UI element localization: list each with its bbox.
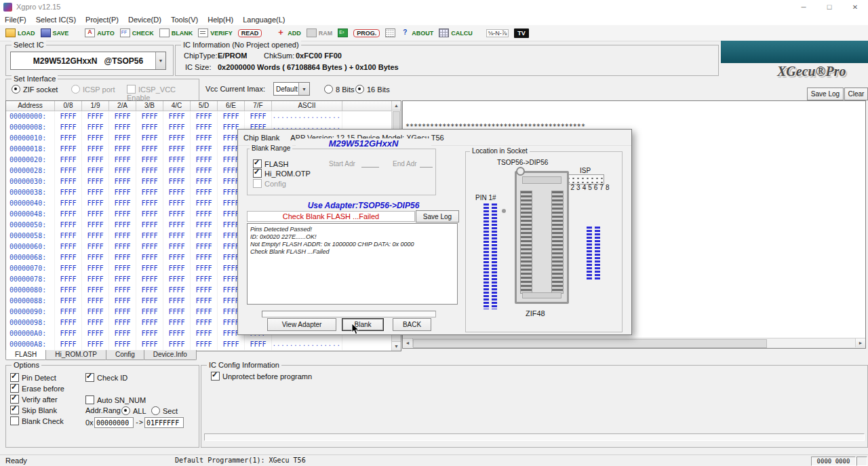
blank-button[interactable]: Blank [342, 318, 384, 331]
toolbar-tv-button[interactable]: TV [511, 26, 532, 40]
hi-rom-box[interactable] [253, 169, 262, 178]
blank-check-checkbox[interactable]: Blank Check [10, 416, 64, 425]
hex-cell[interactable]: FFFF [191, 198, 218, 209]
skip-blank-checkbox[interactable]: Skip Blank [10, 406, 57, 414]
hex-cell[interactable]: FFFF [163, 209, 191, 220]
hex-cell[interactable]: FFFF [163, 231, 191, 241]
minimize-button[interactable] [791, 0, 816, 14]
hex-cell[interactable]: FFFF [82, 241, 109, 252]
hex-cell[interactable]: FFFF [136, 252, 163, 263]
toolbar-blank-button[interactable]: BLANK [157, 26, 196, 40]
ic-selector-dropdown-icon[interactable] [155, 52, 165, 69]
vcc-current-combo[interactable]: Default [273, 82, 310, 96]
hex-cell[interactable]: FFFF [82, 198, 109, 209]
hex-cell[interactable]: FFFF [55, 274, 82, 285]
hex-cell[interactable]: FFFF [191, 133, 218, 144]
hex-cell[interactable]: FFFF [109, 144, 136, 155]
scroll-up-icon[interactable] [392, 101, 401, 111]
log-hscrollbar[interactable] [403, 338, 865, 348]
unprotect-box[interactable] [211, 372, 220, 381]
hex-cell[interactable]: FFFF [136, 274, 163, 285]
hex-cell[interactable]: FFFF [55, 263, 82, 274]
hex-cell[interactable]: FFFF [163, 144, 191, 155]
hex-cell[interactable]: FFFF [55, 241, 82, 252]
hex-cell[interactable]: FFFF [82, 317, 109, 328]
hex-cell[interactable]: FFFF [82, 122, 109, 133]
toolbar-auto-button[interactable]: AUTO [82, 26, 117, 40]
hex-cell[interactable]: FFFF [136, 198, 163, 209]
hex-cell[interactable]: FFFF [163, 133, 191, 144]
hex-cell[interactable]: FFFF [163, 285, 191, 296]
hex-cell[interactable]: FFFF [163, 307, 191, 317]
close-button[interactable] [842, 0, 868, 14]
range-start-input[interactable] [94, 417, 134, 428]
hex-cell[interactable]: FFFF [55, 317, 82, 328]
hex-cell[interactable]: FFFF [55, 209, 82, 220]
hex-cell[interactable]: FFFF [136, 296, 163, 307]
blank-check-box[interactable] [10, 416, 19, 425]
hex-cell[interactable]: FFFF [163, 166, 191, 176]
hex-cell[interactable]: FFFF [82, 339, 109, 350]
hex-cell[interactable]: FFFF [82, 285, 109, 296]
scroll-right-icon[interactable] [855, 338, 865, 347]
menu-item-toolsv[interactable]: Tools(V) [166, 16, 203, 24]
verify-after-box[interactable] [10, 395, 19, 404]
hex-cell[interactable]: FFFF [136, 209, 163, 220]
hex-cell[interactable]: FFFF [191, 187, 218, 198]
hex-cell[interactable]: FFFF [109, 274, 136, 285]
check-id-box[interactable] [85, 373, 94, 382]
hex-cell[interactable]: FFFF [109, 231, 136, 241]
hex-cell[interactable]: FFFF [191, 176, 218, 187]
hex-cell[interactable]: FFFF [82, 263, 109, 274]
hex-cell[interactable]: FFFF [191, 252, 218, 263]
hex-cell[interactable]: FFFF [191, 209, 218, 220]
hex-cell[interactable]: FFFF [55, 122, 82, 133]
hex-cell[interactable]: FFFF [55, 307, 82, 317]
hex-cell[interactable]: FFFF [109, 307, 136, 317]
hex-cell[interactable]: FFFF [163, 328, 191, 339]
hex-cell[interactable]: FFFF [82, 187, 109, 198]
icsp-vcc-checkbox[interactable]: ICSP_VCC Enable [127, 85, 199, 102]
hex-cell[interactable]: FFFF [109, 176, 136, 187]
view-adapter-button[interactable]: View Adapter [267, 318, 336, 331]
hex-cell[interactable]: FFFF [82, 296, 109, 307]
hex-cell[interactable]: FFFF [136, 166, 163, 176]
hex-cell[interactable]: FFFF [191, 263, 218, 274]
hex-cell[interactable]: FFFF [55, 328, 82, 339]
hex-cell[interactable]: FFFF [191, 155, 218, 166]
bits16-radio[interactable]: 16 Bits [355, 85, 390, 94]
hex-cell[interactable]: FFFF [191, 317, 218, 328]
hex-cell[interactable]: FFFF [191, 166, 218, 176]
hex-cell[interactable]: FFFF [163, 241, 191, 252]
config-checkbox[interactable]: Config [253, 179, 286, 188]
menu-item-filef[interactable]: File(F) [0, 16, 31, 24]
hex-cell[interactable]: FFFF [136, 241, 163, 252]
sect-radio-circle[interactable] [151, 406, 160, 415]
hex-cell[interactable]: FFFF [109, 187, 136, 198]
menu-item-languagel[interactable]: Language(L) [238, 16, 290, 24]
vcc-current-dropdown-icon[interactable] [298, 83, 309, 95]
hex-cell[interactable]: FFFF [191, 307, 218, 317]
hex-cell[interactable]: FFFF [136, 187, 163, 198]
hex-cell[interactable]: FFFF [136, 339, 163, 350]
hex-cell[interactable]: FFFF [109, 339, 136, 350]
hex-cell[interactable]: FFFF [55, 285, 82, 296]
toolbar-check-button[interactable]: CHECK [117, 26, 157, 40]
toolbar-socket-button[interactable] [382, 26, 398, 40]
toolbar-about-button[interactable]: ABOUT [398, 26, 436, 40]
zif-socket-radio[interactable]: ZIF socket [12, 85, 58, 94]
skip-blank-box[interactable] [10, 406, 19, 414]
tab-device-info[interactable]: Device.Info [144, 350, 197, 360]
hex-cell[interactable]: FFFF [163, 155, 191, 166]
clear-button[interactable]: Clear [844, 88, 868, 100]
toolbar-verify-button[interactable]: VERIFY [195, 26, 235, 40]
erase-before-checkbox[interactable]: Erase before [10, 384, 64, 393]
back-button[interactable]: BACK [393, 318, 431, 331]
hex-cell[interactable]: FFFF [191, 241, 218, 252]
hex-cell[interactable]: FFFF [55, 144, 82, 155]
hex-cell[interactable]: FFFF [82, 166, 109, 176]
unprotect-checkbox[interactable]: Unprotect before programn [211, 372, 312, 381]
hex-cell[interactable]: FFFF [163, 111, 191, 122]
toolbar-prog-button[interactable]: PROG. [351, 26, 382, 40]
hex-cell[interactable]: FFFF [109, 263, 136, 274]
